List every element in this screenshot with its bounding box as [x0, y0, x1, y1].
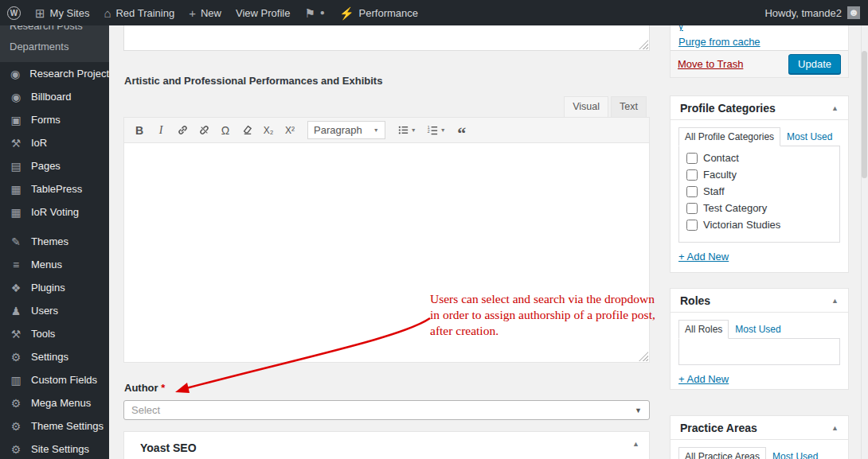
- superscript-button[interactable]: X²: [280, 121, 300, 140]
- roles-list[interactable]: [678, 338, 840, 365]
- sidebar-item[interactable]: ▦ TablePress: [0, 177, 109, 200]
- howdy-account-menu[interactable]: Howdy, tmande2: [764, 0, 842, 25]
- sidebar-item-label: Tools: [31, 328, 55, 340]
- sidebar-item[interactable]: ⚒ Tools: [0, 322, 109, 345]
- sidebar-item-icon: ⚙: [7, 420, 25, 433]
- sidebar-item[interactable]: ▣ Forms: [0, 108, 109, 131]
- category-checkbox-row[interactable]: Faculty: [679, 166, 839, 183]
- sidebar-item[interactable]: ◉ Billboard: [0, 85, 109, 108]
- bold-button[interactable]: B: [129, 121, 150, 140]
- bullet-list-button[interactable]: ▼: [393, 121, 421, 140]
- resize-grip-icon[interactable]: [639, 40, 648, 49]
- italic-button[interactable]: I: [151, 121, 171, 140]
- performance-menu[interactable]: ⚡ Performance: [332, 0, 425, 25]
- sidebar-item[interactable]: ⚙ Site Settings: [0, 438, 109, 459]
- tab-most-used[interactable]: Most Used: [780, 128, 839, 146]
- view-profile-link[interactable]: View Profile: [229, 0, 297, 25]
- tab-all-practice-areas[interactable]: All Practice Areas: [678, 447, 766, 459]
- sidebar-item-label: TablePress: [31, 183, 82, 195]
- my-sites-menu[interactable]: ⊞ My Sites: [28, 0, 96, 25]
- sidebar-item-label: Settings: [31, 351, 68, 363]
- collapse-toggle-icon[interactable]: ▲: [831, 297, 839, 305]
- sidebar-item-label: Users: [31, 305, 58, 317]
- sidebar-item-label: Menus: [31, 259, 62, 270]
- sidebar-item-label: Site Settings: [31, 443, 89, 455]
- special-character-button[interactable]: Ω: [215, 121, 236, 140]
- sidebar-item[interactable]: ♟ Users: [0, 299, 109, 322]
- category-checkbox[interactable]: [686, 203, 698, 214]
- category-checkbox-row[interactable]: Victorian Studies: [679, 216, 839, 233]
- my-sites-label: My Sites: [50, 7, 90, 19]
- sidebar-item[interactable]: ▦ IoR Voting: [0, 200, 109, 224]
- sidebar-item-departments[interactable]: Departments: [0, 37, 109, 56]
- category-label: Faculty: [703, 169, 737, 181]
- add-new-role-link[interactable]: + Add New: [678, 373, 729, 385]
- site-menu[interactable]: ⌂ Red Training: [96, 0, 182, 25]
- sidebar-item-label: Forms: [31, 114, 61, 126]
- profile-categories-header[interactable]: Profile Categories ▲: [671, 96, 848, 120]
- add-new-category-link[interactable]: + Add New: [678, 251, 729, 263]
- sidebar-item[interactable]: ⚙ Settings: [0, 345, 109, 368]
- link-button[interactable]: [172, 121, 193, 140]
- sidebar-item-icon: ◉: [7, 91, 25, 103]
- user-avatar[interactable]: ☻: [847, 6, 860, 19]
- sidebar-item[interactable]: ⚙ Mega Menus: [0, 391, 109, 414]
- collapse-toggle-icon[interactable]: ▲: [632, 440, 639, 448]
- tab-all-profile-categories[interactable]: All Profile Categories: [678, 127, 780, 146]
- blockquote-button[interactable]: “: [452, 121, 472, 140]
- sidebar-item-icon: ▦: [7, 183, 25, 196]
- unlink-button[interactable]: [194, 121, 214, 140]
- sidebar-item[interactable]: ▤ Pages: [0, 154, 109, 177]
- category-checkbox[interactable]: [686, 220, 698, 231]
- sidebar-item[interactable]: ⚒ IoR: [0, 131, 109, 154]
- page-scrollbar-thumb[interactable]: [862, 51, 867, 178]
- tab-visual[interactable]: Visual: [564, 96, 608, 117]
- paragraph-dropdown[interactable]: Paragraph ▼: [307, 121, 385, 139]
- sidebar-item[interactable]: ▥ Custom Fields: [0, 368, 109, 391]
- category-checkbox-row[interactable]: Staff: [679, 183, 839, 200]
- profile-categories-panel: Profile Categories ▲ All Profile Categor…: [670, 95, 849, 273]
- remove-formatting-button[interactable]: [237, 121, 257, 140]
- wp-logo-menu[interactable]: W: [0, 0, 28, 25]
- sidebar-item[interactable]: ✎ Themes: [0, 230, 109, 253]
- update-button[interactable]: Update: [788, 54, 841, 74]
- sidebar-item-label: IoR: [31, 137, 47, 149]
- profile-categories-list[interactable]: Contact Faculty Staff Test Category: [678, 146, 840, 243]
- move-to-trash-link[interactable]: Move to Trash: [678, 58, 743, 70]
- sidebar-item-clipped[interactable]: Research Posts: [0, 25, 109, 37]
- author-select-dropdown[interactable]: Select ▼: [123, 400, 650, 420]
- sidebar-item-icon: ▣: [7, 114, 25, 126]
- tab-all-roles[interactable]: All Roles: [678, 320, 729, 339]
- stats-menu[interactable]: ⚑ ●: [297, 0, 332, 25]
- clipped-link[interactable]: y: [678, 25, 683, 31]
- category-checkbox-row[interactable]: Test Category: [679, 200, 839, 216]
- subscript-button[interactable]: X₂: [258, 121, 279, 140]
- category-checkbox[interactable]: [686, 186, 698, 197]
- new-content-menu[interactable]: + New: [182, 0, 229, 25]
- category-checkbox[interactable]: [686, 169, 698, 181]
- sidebar-item[interactable]: ◉ Research Project: [0, 62, 109, 85]
- purge-from-cache-link[interactable]: Purge from cache: [678, 36, 760, 48]
- collapse-toggle-icon[interactable]: ▲: [831, 104, 839, 112]
- view-profile-label: View Profile: [236, 7, 290, 19]
- resize-grip-icon[interactable]: [639, 352, 648, 361]
- roles-header[interactable]: Roles ▲: [671, 289, 848, 313]
- publishing-actions: Move to Trash Update: [671, 50, 848, 77]
- sidebar-item[interactable]: ≡ Menus: [0, 253, 109, 276]
- sidebar-item-icon: ❖: [7, 282, 25, 294]
- sidebar-item[interactable]: ❖ Plugins: [0, 276, 109, 299]
- category-checkbox[interactable]: [686, 153, 698, 164]
- tab-most-used[interactable]: Most Used: [766, 448, 824, 459]
- practice-areas-header[interactable]: Practice Areas ▲: [671, 416, 848, 440]
- numbered-list-button[interactable]: 12 ▼: [422, 121, 451, 140]
- sidebar-item-icon: ✎: [7, 235, 25, 248]
- sidebar-item[interactable]: ⚙ Theme Settings: [0, 414, 109, 438]
- tab-most-used[interactable]: Most Used: [729, 321, 787, 338]
- category-checkbox-row[interactable]: Contact: [679, 150, 839, 166]
- sidebar-item-label: IoR Voting: [31, 206, 79, 218]
- collapse-toggle-icon[interactable]: ▲: [831, 424, 839, 432]
- sidebar-item-label: Mega Menus: [31, 397, 91, 409]
- performance-icon: ⚡: [339, 7, 354, 19]
- tab-text[interactable]: Text: [611, 96, 647, 117]
- admin-bar: W ⊞ My Sites ⌂ Red Training + New View P…: [0, 0, 868, 25]
